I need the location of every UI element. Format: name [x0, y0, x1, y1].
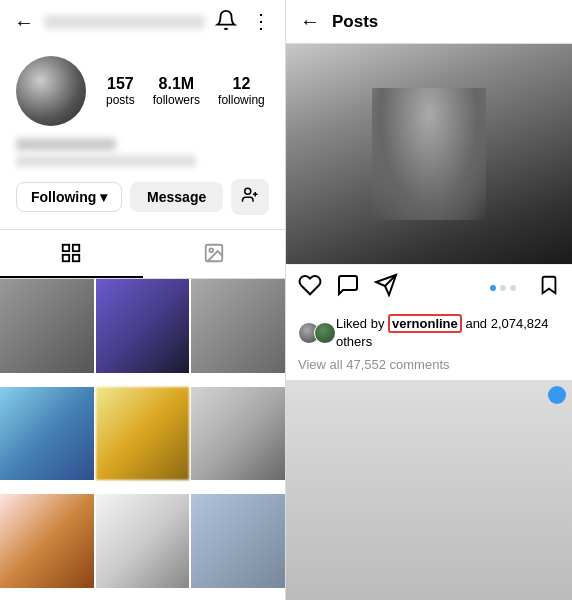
- grid-cell-9[interactable]: [191, 494, 285, 588]
- profile-actions: Following ▾ Message: [0, 179, 285, 229]
- comment-icon[interactable]: [336, 273, 360, 303]
- profile-name-blurred: [16, 138, 116, 151]
- svg-rect-4: [73, 245, 79, 251]
- liked-avatar-2: [314, 322, 336, 344]
- left-panel: ← ⋮ 157 posts 8.1M followers: [0, 0, 286, 600]
- grid-cell-5[interactable]: [96, 387, 190, 481]
- svg-point-0: [245, 188, 251, 194]
- bottom-post-preview[interactable]: [286, 380, 572, 600]
- right-back-icon[interactable]: ←: [300, 10, 320, 33]
- comments-link[interactable]: View all 47,552 comments: [286, 355, 572, 380]
- add-person-button[interactable]: [231, 179, 269, 215]
- dot-2: [500, 285, 506, 291]
- avatar[interactable]: [16, 56, 86, 126]
- message-button[interactable]: Message: [130, 182, 223, 212]
- liked-avatars: [298, 322, 330, 344]
- back-icon[interactable]: ←: [14, 11, 34, 34]
- grid-cell-1[interactable]: [0, 279, 94, 373]
- like-icon[interactable]: [298, 273, 322, 303]
- dot-3: [510, 285, 516, 291]
- following-label: Following: [31, 189, 96, 205]
- svg-point-8: [209, 248, 213, 252]
- bookmark-icon[interactable]: [538, 274, 560, 302]
- stat-posts: 157 posts: [106, 75, 135, 107]
- tab-tagged[interactable]: [143, 230, 286, 278]
- username-blurred: [44, 15, 205, 29]
- posts-grid: [0, 279, 285, 600]
- grid-cell-8[interactable]: [96, 494, 190, 588]
- stat-followers: 8.1M followers: [153, 75, 200, 107]
- followers-count: 8.1M: [159, 75, 195, 93]
- likes-prefix: Liked by: [336, 316, 388, 331]
- tabs-bar: [0, 229, 285, 279]
- bottom-user-tag: [548, 386, 566, 404]
- posts-count: 157: [107, 75, 134, 93]
- post-image: [286, 44, 572, 264]
- right-nav-title: Posts: [332, 12, 378, 32]
- likes-text: Liked by vernonline and 2,074,824 others: [336, 315, 560, 351]
- svg-rect-3: [63, 245, 69, 251]
- share-icon[interactable]: [374, 273, 398, 303]
- more-icon[interactable]: ⋮: [251, 9, 271, 36]
- followers-label: followers: [153, 93, 200, 107]
- dot-1: [490, 285, 496, 291]
- following-label: following: [218, 93, 265, 107]
- profile-bio-blurred: [16, 155, 196, 167]
- right-nav: ← Posts: [286, 0, 572, 44]
- profile-header: 157 posts 8.1M followers 12 following: [0, 44, 285, 138]
- svg-rect-6: [73, 255, 79, 261]
- chevron-down-icon: ▾: [100, 189, 107, 205]
- following-count: 12: [233, 75, 251, 93]
- liked-by-username[interactable]: vernonline: [388, 314, 462, 333]
- following-button[interactable]: Following ▾: [16, 182, 122, 212]
- profile-stats: 157 posts 8.1M followers 12 following: [106, 75, 265, 107]
- post-image-placeholder: [286, 44, 572, 264]
- stat-following: 12 following: [218, 75, 265, 107]
- right-panel: ← Posts: [286, 0, 572, 600]
- grid-cell-4[interactable]: [0, 387, 94, 481]
- grid-cell-7[interactable]: [0, 494, 94, 588]
- left-top-nav: ← ⋮: [0, 0, 285, 44]
- bell-icon[interactable]: [215, 9, 237, 36]
- tab-grid[interactable]: [0, 230, 143, 278]
- post-dots-indicator: [490, 285, 516, 291]
- post-actions-bar: [286, 264, 572, 311]
- likes-section: Liked by vernonline and 2,074,824 others: [286, 311, 572, 355]
- svg-rect-5: [63, 255, 69, 261]
- nav-icons-right: ⋮: [215, 9, 271, 36]
- grid-cell-3[interactable]: [191, 279, 285, 373]
- posts-label: posts: [106, 93, 135, 107]
- grid-cell-2[interactable]: [96, 279, 190, 373]
- grid-cell-6[interactable]: [191, 387, 285, 481]
